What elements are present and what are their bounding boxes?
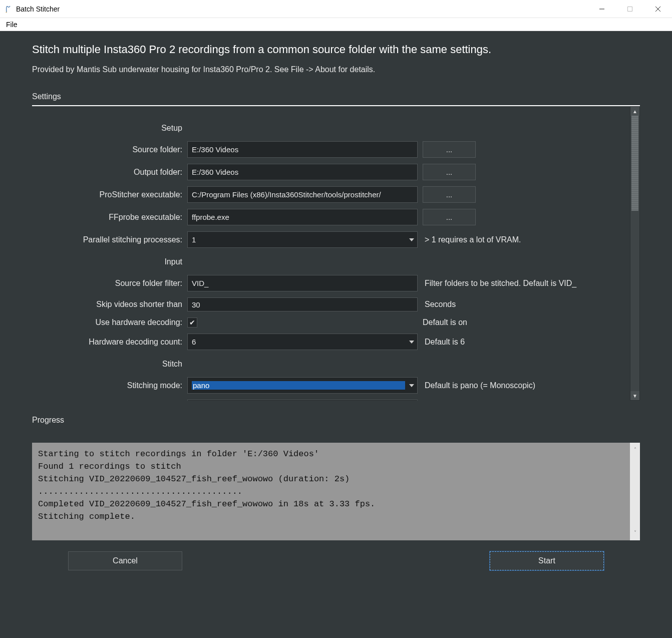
settings-content: Setup Source folder: ... Output folder: … [32, 106, 630, 401]
label-skip-shorter: Skip videos shorter than [47, 300, 187, 309]
label-ffprobe: FFprobe executable: [47, 213, 187, 222]
hint-hw-decoding: Default is on [423, 318, 467, 327]
menubar: File [0, 18, 672, 31]
maximize-button[interactable] [616, 0, 644, 18]
window: Batch Stitcher File Stitch multiple Inst… [0, 0, 672, 638]
app-icon [4, 5, 12, 13]
label-source-filter: Source folder filter: [47, 279, 187, 288]
settings-frame: Setup Source folder: ... Output folder: … [32, 105, 640, 401]
browse-output-button[interactable]: ... [423, 164, 476, 180]
label-source-folder: Source folder: [47, 145, 187, 154]
hw-decoding-count-select[interactable]: 6 [187, 334, 418, 350]
window-title: Batch Stitcher [16, 5, 60, 13]
svg-rect-1 [628, 7, 632, 11]
progress-text: Starting to stitch recordings in folder … [38, 449, 375, 521]
blender-type-select[interactable]: cuda [187, 400, 418, 401]
browse-ffprobe-button[interactable]: ... [423, 209, 476, 225]
settings-scrollbar[interactable]: ▲ ▼ [630, 106, 640, 401]
hint-hw-decoding-count: Default is 6 [425, 338, 465, 347]
window-controls [588, 0, 672, 18]
close-button[interactable] [644, 0, 672, 18]
chevron-down-icon [409, 341, 414, 344]
chevron-down-icon [409, 384, 414, 387]
skip-shorter-input[interactable] [187, 297, 418, 311]
prostitcher-input[interactable] [187, 186, 418, 203]
bottom-button-row: Cancel Start [32, 540, 640, 570]
settings-label: Settings [32, 92, 640, 101]
ffprobe-input[interactable] [187, 209, 418, 225]
label-prostitcher: ProStitcher executable: [47, 190, 187, 199]
titlebar: Batch Stitcher [0, 0, 672, 18]
hint-stitching-mode: Default is pano (= Monoscopic) [425, 381, 535, 390]
label-hw-decoding-count: Hardware decoding count: [47, 338, 187, 347]
page-heading: Stitch multiple Insta360 Pro 2 recording… [32, 43, 640, 56]
label-hw-decoding: Use hardware decoding: [47, 318, 187, 327]
parallel-select[interactable]: 1 [187, 231, 418, 248]
browse-prostitcher-button[interactable]: ... [423, 186, 476, 203]
group-input: Input [47, 257, 187, 266]
progress-output: Starting to stitch recordings in folder … [32, 443, 640, 540]
cancel-button[interactable]: Cancel [68, 551, 182, 570]
scroll-up-icon[interactable]: ▲ [630, 107, 639, 116]
hint-skip-shorter: Seconds [425, 300, 456, 309]
source-folder-input[interactable] [187, 141, 418, 158]
label-parallel: Parallel stitching processes: [47, 235, 187, 244]
scroll-thumb[interactable] [631, 116, 638, 211]
progress-label: Progress [32, 416, 640, 425]
body-panel: Stitch multiple Insta360 Pro 2 recording… [0, 31, 672, 638]
minimize-button[interactable] [588, 0, 616, 18]
label-output-folder: Output folder: [47, 168, 187, 177]
start-button[interactable]: Start [490, 551, 604, 570]
output-folder-input[interactable] [187, 164, 418, 180]
label-stitching-mode: Stitching mode: [47, 381, 187, 390]
scroll-down-icon[interactable]: ˅ [634, 527, 636, 539]
browse-source-button[interactable]: ... [423, 141, 476, 158]
page-subheading: Provided by Mantis Sub underwater housin… [32, 65, 640, 74]
group-stitch: Stitch [47, 360, 187, 369]
hint-parallel: > 1 requires a lot of VRAM. [425, 235, 521, 244]
hint-source-filter: Filter folders to be stitched. Default i… [425, 279, 576, 288]
stitching-mode-select[interactable]: pano [187, 377, 418, 394]
hw-decoding-checkbox[interactable]: ✔ [187, 317, 197, 328]
progress-scrollbar[interactable]: ˄˅ [630, 443, 640, 540]
scroll-down-icon[interactable]: ▼ [630, 391, 639, 400]
source-filter-input[interactable] [187, 275, 418, 291]
menu-file[interactable]: File [2, 20, 22, 30]
chevron-down-icon [409, 238, 414, 241]
scroll-up-icon[interactable]: ˄ [634, 444, 636, 456]
group-setup: Setup [47, 124, 187, 133]
